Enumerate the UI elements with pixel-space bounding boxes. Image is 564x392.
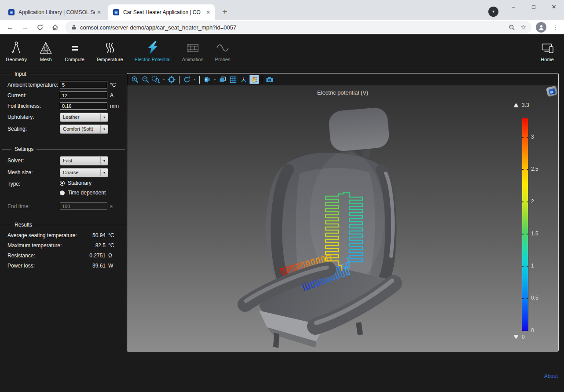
foil-thickness-input[interactable]: [60, 102, 107, 110]
field-seating: Seating: Comfort (Soft) ▾: [7, 123, 120, 135]
ribbon-item-animation[interactable]: Animation: [176, 40, 209, 62]
result-unit: °C: [108, 242, 120, 249]
screenshot-button[interactable]: [265, 75, 275, 84]
window-controls: – □ ✕: [503, 0, 564, 15]
close-button[interactable]: ✕: [544, 0, 564, 15]
mesh-size-dropdown[interactable]: Coarse ▾: [60, 168, 108, 177]
zoom-indicator-button[interactable]: [509, 24, 515, 31]
tab-search-button[interactable]: ▾: [488, 7, 498, 17]
sine-wave-icon: [215, 40, 230, 55]
ribbon-item-temperature[interactable]: Temperature: [90, 40, 129, 62]
transparency-button[interactable]: [218, 75, 227, 84]
back-button[interactable]: ←: [5, 22, 15, 32]
field-label: Type:: [7, 181, 60, 187]
axes-orientation-button[interactable]: [239, 75, 249, 84]
radio-button[interactable]: [60, 191, 65, 195]
tab-close-icon[interactable]: ✕: [204, 10, 212, 15]
new-tab-button[interactable]: +: [219, 6, 231, 18]
home-button[interactable]: [50, 22, 60, 32]
result-value: 50.94: [77, 232, 106, 238]
film-strip-icon: [185, 40, 200, 55]
browser-menu-button[interactable]: ⋮: [551, 23, 560, 31]
colorbar-max-value: 3.3: [522, 102, 529, 108]
reload-icon: [37, 24, 44, 31]
result-avg-seating-temperature: Average seating temperature: 50.94 °C: [7, 231, 120, 240]
ribbon-item-geometry[interactable]: Geometry: [0, 40, 33, 62]
field-label: Mesh size:: [7, 169, 60, 176]
profile-avatar-button[interactable]: [536, 22, 546, 33]
result-value: 39.61: [77, 263, 106, 269]
radio-time-dependent[interactable]: Time dependent: [60, 188, 127, 198]
chevron-down-icon[interactable]: ▾: [192, 77, 197, 81]
field-label: Solver:: [7, 158, 60, 164]
forward-button[interactable]: →: [20, 22, 30, 32]
result-label: Power loss:: [7, 263, 77, 269]
upholstery-dropdown[interactable]: Leather ▾: [60, 113, 108, 122]
tab-close-icon[interactable]: ✕: [95, 10, 103, 15]
headrest: [328, 106, 390, 152]
section-settings: Settings: [2, 146, 125, 152]
grid-button[interactable]: [228, 75, 238, 84]
ribbon-item-home[interactable]: Home: [534, 40, 560, 62]
section-results: Results: [2, 222, 125, 228]
solver-dropdown[interactable]: Fast ▾: [60, 156, 108, 165]
rotate-view-button[interactable]: [182, 75, 192, 84]
ambient-temperature-input[interactable]: [60, 81, 107, 88]
ribbon-label: Temperature: [96, 57, 123, 62]
ribbon-item-mesh[interactable]: Mesh: [33, 40, 59, 62]
address-bar[interactable]: comsol.com/server-demo/app/car_seat_heat…: [65, 21, 531, 33]
seat-leg: [356, 322, 363, 335]
radio-button-selected[interactable]: [60, 181, 65, 186]
bookmark-star-button[interactable]: ☆: [520, 23, 526, 31]
tab-car-seat-heater[interactable]: Car Seat Heater Application | CO ✕: [108, 4, 215, 20]
color-legend-button[interactable]: [249, 75, 259, 84]
reload-button[interactable]: [35, 22, 45, 32]
field-label: Foil thickness:: [7, 103, 60, 109]
toolbar-separator: [179, 76, 179, 84]
devices-home-icon: [540, 40, 555, 55]
ribbon-item-electric-potential[interactable]: Electric Potential: [129, 40, 176, 62]
minimize-button[interactable]: –: [503, 0, 524, 15]
section-title: Results: [11, 222, 35, 228]
zoom-in-button[interactable]: [130, 75, 140, 84]
triangle-up-icon: [513, 103, 519, 107]
zoom-out-button[interactable]: [141, 75, 150, 84]
comsol-favicon: [8, 9, 15, 16]
chevron-down-icon: ▾: [100, 157, 108, 165]
result-unit: Ω: [108, 253, 120, 259]
zoom-box-button[interactable]: [151, 75, 161, 84]
radio-stationary[interactable]: Stationary: [60, 178, 127, 188]
field-unit: A: [110, 92, 114, 99]
field-ambient-temperature: Ambient temperature: °C: [7, 80, 120, 90]
chevron-down-icon[interactable]: ▾: [161, 77, 166, 81]
lightning-bolt-icon: [145, 40, 160, 55]
zoom-extents-button[interactable]: [167, 75, 176, 84]
maximize-button[interactable]: □: [524, 0, 544, 15]
ribbon-item-probes[interactable]: Probes: [209, 40, 236, 62]
tab-application-library[interactable]: Application Library | COMSOL Se ✕: [4, 4, 106, 20]
current-input[interactable]: [60, 92, 107, 99]
ribbon-label: Animation: [182, 57, 204, 62]
person-icon: [538, 24, 545, 31]
result-unit: W: [108, 263, 120, 269]
graphics-canvas[interactable]: Electric potential (V): [127, 85, 558, 351]
toolbar-separator: [199, 76, 200, 84]
ribbon-item-compute[interactable]: Compute: [59, 40, 90, 62]
dropdown-value: Coarse: [60, 170, 100, 175]
graphics-panel: ▾ ▾ ▾ Electric potential (V): [127, 73, 559, 352]
result-label: Resistance:: [7, 253, 77, 259]
sidebar: Input Ambient temperature: °C Current: A…: [0, 67, 127, 392]
compute-equals-icon: [67, 40, 82, 55]
toolbar-separator: [262, 76, 262, 84]
field-foil-thickness: Foil thickness: mm: [7, 101, 120, 111]
chevron-down-icon[interactable]: ▾: [212, 77, 217, 81]
field-label: Seating:: [7, 126, 60, 132]
field-current: Current: A: [7, 90, 120, 100]
browser-tabstrip: Application Library | COMSOL Se ✕ Car Se…: [0, 0, 564, 20]
field-label: End time:: [7, 203, 60, 209]
seating-dropdown[interactable]: Comfort (Soft) ▾: [60, 125, 108, 134]
comsol-favicon: [113, 9, 120, 16]
about-link[interactable]: About: [544, 373, 558, 379]
tab-title: Car Seat Heater Application | CO: [123, 9, 204, 15]
scene-light-button[interactable]: [202, 75, 212, 84]
